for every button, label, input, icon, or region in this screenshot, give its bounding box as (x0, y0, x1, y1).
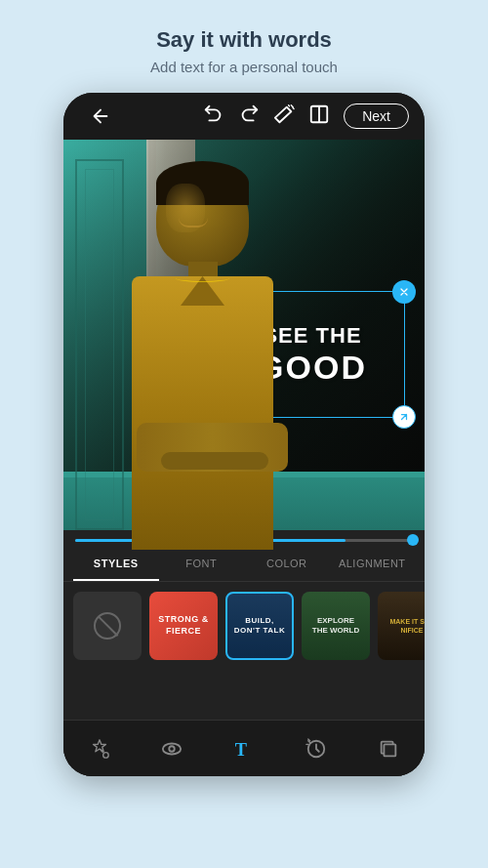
svg-point-5 (169, 746, 175, 752)
page-title: Say it with words (150, 27, 338, 53)
page-subtitle: Add text for a personal touch (150, 59, 338, 75)
style-thumbnails: STRONG &FIERCE BUILD,DON'T TALK EXPLORET… (63, 582, 425, 670)
style-thumb-strong-fierce[interactable]: STRONG &FIERCE (149, 592, 218, 660)
tab-alignment[interactable]: ALIGNMENT (330, 548, 416, 581)
text-line2: GOOD (258, 349, 367, 387)
wand-icon[interactable] (273, 103, 295, 130)
style-thumb-make-significant[interactable]: MAKE IT SIG-NIFICE (378, 592, 425, 660)
close-handle[interactable] (392, 280, 416, 304)
next-button[interactable]: Next (344, 103, 409, 129)
nav-history-button[interactable] (295, 727, 338, 770)
nav-magic-button[interactable] (78, 727, 121, 770)
svg-rect-9 (384, 744, 395, 756)
style-thumb-explore-world[interactable]: EXPLORETHE WORLD (302, 592, 370, 660)
no-style-icon (94, 612, 121, 640)
svg-point-2 (103, 752, 109, 758)
toolbar: Next (63, 93, 425, 140)
tab-font[interactable]: FONT (159, 548, 245, 581)
canvas-area: SEE THE GOOD (63, 140, 425, 550)
phone-frame: Next (63, 93, 425, 776)
tab-color[interactable]: COLOR (244, 548, 330, 581)
bottom-nav: T (63, 720, 425, 776)
page-header: Say it with words Add text for a persona… (131, 0, 357, 93)
photo-background: SEE THE GOOD (63, 140, 425, 550)
bottom-panel: STYLES FONT COLOR ALIGNMENT STRONG &FIER… (63, 548, 425, 776)
nav-layers-button[interactable] (367, 727, 410, 770)
style-tabs: STYLES FONT COLOR ALIGNMENT (63, 548, 425, 582)
back-button[interactable] (79, 95, 122, 138)
slider-thumb[interactable] (407, 534, 419, 546)
svg-point-4 (163, 743, 181, 754)
scale-handle[interactable] (392, 405, 416, 429)
redo-icon[interactable] (238, 103, 260, 130)
style-thumb-build-dont-talk[interactable]: BUILD,DON'T TALK (225, 592, 294, 660)
svg-text:T: T (235, 740, 247, 760)
text-content: SEE THE GOOD (258, 323, 367, 387)
nav-eye-button[interactable] (150, 727, 193, 770)
nav-text-button[interactable]: T (223, 727, 265, 770)
toolbar-left (79, 95, 122, 138)
compare-icon[interactable] (308, 103, 330, 130)
style-thumb-none[interactable] (73, 592, 142, 660)
toolbar-icons: Next (203, 103, 409, 130)
text-line1: SEE THE (258, 323, 367, 349)
tab-styles[interactable]: STYLES (73, 548, 159, 581)
undo-icon[interactable] (203, 103, 224, 130)
